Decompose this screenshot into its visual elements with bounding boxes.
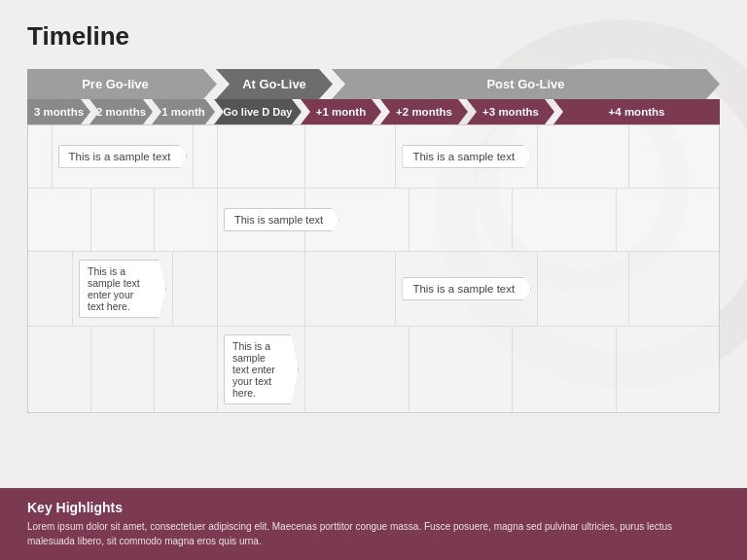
month-plus2: +2 months bbox=[380, 99, 468, 124]
row1-pre-col2: This is a sample text bbox=[53, 125, 195, 188]
footer: Key Highlights Lorem ipsum dolor sit ame… bbox=[0, 488, 747, 560]
timeline-months: 3 months 2 months 1 month Go live D Day … bbox=[27, 99, 720, 124]
row3-post: This is a sample text bbox=[305, 252, 719, 326]
grid-row-2: This is sample text bbox=[28, 189, 719, 252]
row2-pre-col1 bbox=[28, 189, 91, 251]
timeline-header: Pre Go-live At Go-Live Post Go-Live bbox=[27, 69, 720, 99]
header-pre: Pre Go-live bbox=[27, 69, 217, 99]
row1-pre-col1 bbox=[28, 125, 53, 188]
row3-pre-col3 bbox=[173, 252, 217, 326]
row4-pre-col3 bbox=[155, 327, 217, 412]
month-2: 2 months bbox=[89, 99, 153, 124]
row3-post-col1 bbox=[305, 252, 396, 326]
row2-pre bbox=[28, 189, 218, 251]
header-post: Post Go-Live bbox=[332, 69, 720, 99]
row1-post: This is a sample text bbox=[305, 125, 719, 188]
row4-at-text: This is a sample text enter your text he… bbox=[224, 334, 299, 404]
month-3: 3 months bbox=[27, 99, 90, 124]
row3-pre: This is a sample text enter your text he… bbox=[28, 252, 218, 326]
row1-post-col2: This is a sample text bbox=[396, 125, 538, 188]
row2-at: This is sample text bbox=[218, 189, 305, 251]
row4-post bbox=[305, 327, 719, 412]
grid-row-3: This is a sample text enter your text he… bbox=[28, 252, 719, 327]
month-plus3: +3 months bbox=[467, 99, 554, 124]
footer-body: Lorem ipsum dolor sit amet, consectetuer… bbox=[27, 519, 720, 548]
row2-pre-col3 bbox=[155, 189, 217, 251]
row4-post-col3 bbox=[513, 327, 617, 412]
row4-pre-col2 bbox=[91, 327, 155, 412]
timeline-grid: This is a sample text This is a sample t… bbox=[27, 124, 720, 413]
row1-pre-text: This is a sample text bbox=[58, 145, 188, 168]
month-plus4: +4 months bbox=[553, 99, 720, 124]
row3-post-col4 bbox=[629, 252, 719, 326]
month-plus1: +1 month bbox=[301, 99, 381, 124]
row4-pre-col1 bbox=[28, 327, 91, 412]
row4-pre bbox=[28, 327, 218, 412]
footer-title: Key Highlights bbox=[27, 500, 720, 515]
row3-post-text: This is a sample text bbox=[402, 277, 531, 300]
grid-row-1: This is a sample text This is a sample t… bbox=[28, 125, 719, 189]
header-at: At Go-Live bbox=[216, 69, 333, 99]
row1-pre: This is a sample text bbox=[28, 125, 218, 188]
row3-pre-text: This is a sample text enter your text he… bbox=[79, 260, 166, 318]
row3-post-col2: This is a sample text bbox=[396, 252, 538, 326]
row2-post bbox=[305, 189, 719, 251]
row2-post-col2 bbox=[409, 189, 514, 251]
month-1: 1 month bbox=[152, 99, 215, 124]
row1-at bbox=[218, 125, 305, 188]
row2-post-col3 bbox=[513, 189, 617, 251]
row2-at-text: This is sample text bbox=[224, 208, 339, 231]
row4-post-col1 bbox=[305, 327, 409, 412]
page-title: Timeline bbox=[27, 21, 720, 52]
row3-pre-col1 bbox=[28, 252, 73, 326]
row3-post-col3 bbox=[538, 252, 628, 326]
row2-post-col4 bbox=[617, 189, 720, 251]
row1-post-text: This is a sample text bbox=[402, 145, 531, 168]
row3-pre-col2: This is a sample text enter your text he… bbox=[73, 252, 173, 326]
row2-pre-col2 bbox=[91, 189, 155, 251]
month-golive: Go live D Day bbox=[214, 99, 302, 124]
row3-at bbox=[218, 252, 305, 326]
row4-post-col2 bbox=[409, 327, 514, 412]
row4-post-col4 bbox=[617, 327, 720, 412]
row1-post-col3 bbox=[538, 125, 628, 188]
row4-at: This is a sample text enter your text he… bbox=[218, 327, 305, 412]
row1-post-col1 bbox=[305, 125, 396, 188]
row1-post-col4 bbox=[629, 125, 719, 188]
grid-row-4: This is a sample text enter your text he… bbox=[28, 327, 719, 412]
row1-pre-col3 bbox=[194, 125, 217, 188]
